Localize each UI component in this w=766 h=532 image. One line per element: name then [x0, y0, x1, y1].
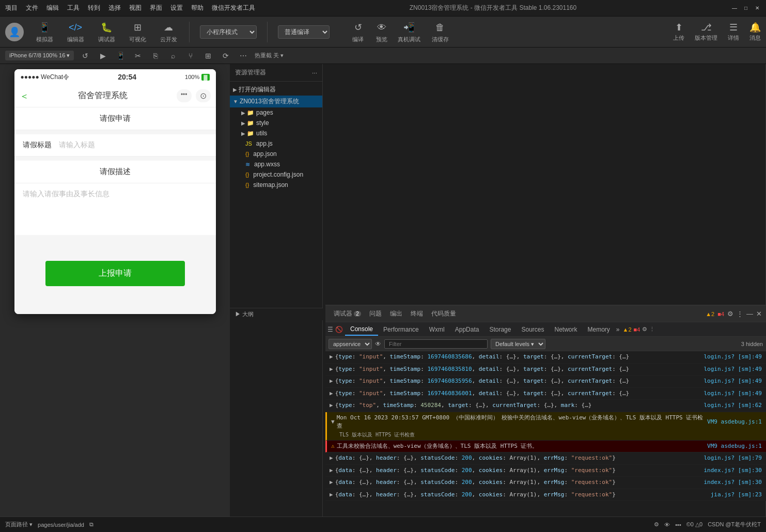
tab-code-quality[interactable]: 代码质量: [427, 307, 460, 320]
menu-interface[interactable]: 界面: [150, 4, 162, 12]
clear-console-icon[interactable]: 🚫: [335, 326, 343, 333]
tab-terminal[interactable]: 终端: [407, 307, 427, 320]
back-button[interactable]: ＜: [20, 90, 29, 102]
log-level-select[interactable]: Default levels ▾: [491, 339, 545, 349]
sync-icon[interactable]: ⟳: [220, 50, 232, 62]
mode-select[interactable]: 小程序模式: [200, 25, 257, 39]
more-tabs-icon[interactable]: »: [616, 326, 620, 333]
nav-close-button[interactable]: ⊙: [196, 89, 211, 102]
menu-goto[interactable]: 转到: [88, 4, 100, 12]
compile-button[interactable]: ↺ 编译: [350, 20, 366, 43]
eye-filter-icon[interactable]: 👁: [375, 340, 381, 348]
screenshot-icon[interactable]: ✂: [132, 50, 144, 62]
file-app-json[interactable]: {} app.json: [230, 149, 322, 159]
tab-memory[interactable]: Memory: [583, 324, 615, 335]
expand-icon[interactable]: ▶: [330, 401, 333, 410]
console-source[interactable]: login.js? [sm]:79: [704, 454, 762, 463]
file-sitemap[interactable]: {} sitemap.json: [230, 180, 322, 190]
folder-style[interactable]: ▶ 📁 style: [230, 118, 322, 128]
console-sidebar-icon[interactable]: ☰: [327, 326, 333, 333]
copy-path-icon[interactable]: ⧉: [89, 521, 93, 528]
menu-project[interactable]: 项目: [5, 4, 18, 12]
console-source[interactable]: login.js? [sm]:62: [704, 401, 762, 410]
menu-edit[interactable]: 编辑: [46, 4, 59, 12]
submit-button[interactable]: 上报申请: [45, 261, 185, 286]
menu-select[interactable]: 选择: [108, 4, 121, 12]
tab-sources[interactable]: Sources: [516, 324, 549, 335]
status-gear-icon[interactable]: ⚙: [654, 521, 659, 528]
console-source[interactable]: index.js? [sm]:30: [704, 478, 762, 487]
version-mgmt-button[interactable]: ⎇ 版本管理: [695, 22, 717, 42]
nav-more-button[interactable]: •••: [177, 89, 192, 102]
tab-storage[interactable]: Storage: [484, 324, 516, 335]
expand-icon[interactable]: ▶: [330, 454, 333, 463]
clear-cache-button[interactable]: 🗑 清缓存: [429, 20, 451, 43]
user-avatar[interactable]: 👤: [5, 23, 24, 41]
console-filter-input[interactable]: [384, 339, 488, 349]
console-source[interactable]: index.js? [sm]:30: [704, 466, 762, 475]
preview-button[interactable]: 👁 预览: [374, 20, 389, 43]
expand-icon[interactable]: ▶: [330, 353, 333, 362]
expand-icon[interactable]: ▶: [330, 491, 333, 499]
textarea-area[interactable]: 请输入请假事由及事长信息: [14, 183, 216, 235]
menu-help[interactable]: 帮助: [191, 4, 204, 12]
play-icon[interactable]: ▶: [97, 50, 109, 62]
file-project-config[interactable]: {} project.config.json: [230, 169, 322, 180]
menu-wechat-devtools[interactable]: 微信开发者工具: [212, 4, 255, 12]
visualize-button[interactable]: ⊞ 可视化: [127, 20, 148, 43]
expand-icon[interactable]: ▶: [330, 365, 333, 374]
menu-view[interactable]: 视图: [129, 4, 142, 12]
tab-appdata[interactable]: AppData: [450, 324, 484, 335]
folder-pages[interactable]: ▶ 📁 pages: [230, 107, 322, 118]
search-icon[interactable]: ⌕: [167, 50, 179, 62]
tab-network[interactable]: Network: [550, 324, 583, 335]
more-icon[interactable]: ⋯: [237, 50, 249, 62]
file-app-js[interactable]: JS app.js: [230, 138, 322, 149]
detail-button[interactable]: ☰ 详情: [728, 22, 739, 42]
console-source[interactable]: login.js? [sm]:49: [704, 377, 762, 386]
expand-icon[interactable]: ▼: [331, 418, 335, 427]
more-console-icon[interactable]: ⋮: [649, 326, 655, 333]
settings-icon[interactable]: ⚙: [642, 326, 647, 333]
project-root-item[interactable]: ▼ ZN0013宿舍管理系统: [230, 96, 322, 107]
status-eye-icon[interactable]: 👁: [664, 522, 670, 528]
debugger-button[interactable]: 🐛 调试器: [96, 20, 117, 43]
file-app-wxss[interactable]: ≋ app.wxss: [230, 159, 322, 169]
tab-debugger[interactable]: 调试器 2: [330, 307, 365, 320]
opened-editors-item[interactable]: ▶ 打开的编辑器: [230, 84, 322, 96]
upload-button[interactable]: ⬆ 上传: [673, 22, 684, 42]
editor-button[interactable]: </> 编辑器: [65, 20, 86, 43]
status-more-icon[interactable]: •••: [675, 522, 681, 528]
form-input-placeholder[interactable]: 请输入标题: [59, 140, 208, 150]
cloud-button[interactable]: ☁ 云开发: [158, 20, 179, 43]
minimize-panel-icon[interactable]: —: [746, 310, 753, 318]
tab-console[interactable]: Console: [345, 323, 378, 336]
console-source[interactable]: login.js? [sm]:49: [704, 353, 762, 362]
resource-manager-more[interactable]: ···: [312, 69, 317, 76]
folder-utils[interactable]: ▶ 📁 utils: [230, 128, 322, 138]
menu-settings[interactable]: 设置: [170, 4, 183, 12]
maximize-button[interactable]: □: [742, 5, 749, 12]
real-debug-button[interactable]: 📲 真机调试: [398, 20, 420, 43]
console-source[interactable]: login.js? [sm]:49: [704, 365, 762, 374]
copy-icon[interactable]: ⎘: [149, 50, 162, 62]
close-button[interactable]: ✕: [754, 5, 761, 12]
console-source[interactable]: VM9 asdebug.js:1: [707, 418, 762, 427]
more-devtools-icon[interactable]: ⋮: [737, 310, 743, 318]
device-selector[interactable]: iPhone 6/7/8 100% 16 ▾: [5, 51, 74, 60]
hot-reload-toggle[interactable]: 热重截 关 ▾: [255, 52, 284, 59]
menu-bar[interactable]: 项目 文件 编辑 工具 转到 选择 视图 界面 设置 帮助 微信开发者工具: [5, 4, 255, 12]
expand-icon[interactable]: ▶: [330, 377, 333, 386]
context-select[interactable]: appservice: [329, 339, 372, 349]
menu-tools[interactable]: 工具: [67, 4, 80, 12]
gear-icon[interactable]: ⚙: [727, 310, 733, 318]
phone-icon[interactable]: 📱: [114, 50, 127, 62]
message-button[interactable]: 🔔 消息: [749, 22, 761, 42]
rotate-icon[interactable]: ↺: [79, 50, 91, 62]
close-panel-icon[interactable]: ✕: [756, 310, 762, 318]
console-source[interactable]: login.js? [sm]:49: [704, 389, 762, 398]
compile-select[interactable]: 普通编译: [278, 25, 330, 39]
console-source[interactable]: VM9 asdebug.js:1: [707, 442, 762, 451]
tab-output[interactable]: 编出: [386, 307, 407, 320]
expand-icon[interactable]: ▶: [330, 478, 333, 487]
